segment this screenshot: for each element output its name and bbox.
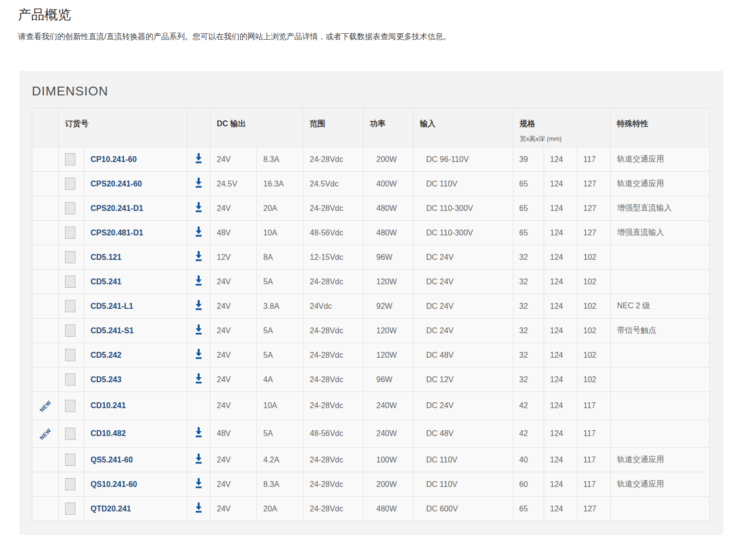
product-link[interactable]: QS10.241-60 [91,480,137,488]
row-checkbox[interactable] [65,227,75,239]
product-link[interactable]: CD10.482 [91,429,126,438]
download-icon[interactable] [194,502,203,514]
order-no-cell: QS10.241-60 [84,472,187,497]
download-cell [187,472,210,497]
row-checkbox[interactable] [65,503,75,515]
download-icon[interactable] [194,324,203,336]
input-cell: DC 110-300V [413,221,513,245]
download-icon[interactable] [194,373,203,385]
product-link[interactable]: CD5.243 [91,375,121,384]
row-checkbox[interactable] [65,153,75,165]
product-link[interactable]: CPS20.241-D1 [91,204,143,212]
checkbox-cell [59,221,84,245]
depth-cell: 102 [577,270,611,294]
range-cell: 24-28Vdc [303,196,364,221]
download-cell [187,368,210,392]
download-cell [187,245,210,270]
download-icon[interactable] [194,348,203,360]
checkbox-cell [59,343,84,368]
checkbox-cell [59,319,84,343]
product-link[interactable]: CD10.241 [91,401,126,410]
table-row: CD5.241 24V 5A 24-28Vdc 120W DC 24V 32 1… [32,270,710,294]
row-checkbox[interactable] [65,202,75,214]
download-icon[interactable] [194,226,203,238]
download-icon[interactable] [194,153,203,164]
table-row: CP10.241-60 24V 8.3A 24-28Vdc 200W DC 96… [32,147,710,172]
download-icon[interactable] [194,427,203,438]
download-icon[interactable] [194,453,203,465]
new-badge-cell [32,245,59,270]
row-checkbox[interactable] [65,300,75,312]
product-link[interactable]: CPS20.241-60 [91,180,142,188]
height-cell: 124 [544,448,577,472]
product-link[interactable]: CD5.242 [91,351,121,359]
order-no-cell: CD5.242 [84,343,187,368]
row-checkbox[interactable] [65,276,75,288]
product-link[interactable]: CP10.241-60 [91,155,137,163]
height-cell: 124 [544,245,577,270]
download-icon[interactable] [194,275,203,287]
download-icon[interactable] [194,251,203,262]
row-checkbox[interactable] [65,428,75,440]
row-checkbox[interactable] [65,324,75,337]
width-cell: 40 [513,448,544,472]
dc-output-voltage-cell: 24V [210,270,257,294]
new-badge-cell: NEW [32,392,59,420]
new-badge-cell [32,368,59,392]
product-link[interactable]: CD5.121 [91,253,121,261]
row-checkbox[interactable] [65,478,75,490]
table-body: CP10.241-60 24V 8.3A 24-28Vdc 200W DC 96… [32,147,710,521]
dc-output-voltage-cell: 24V [210,147,257,172]
range-cell: 24-28Vdc [303,343,364,368]
new-badge-cell [32,319,59,343]
download-cell [187,497,210,521]
download-cell [187,343,210,368]
download-icon[interactable] [194,478,203,489]
col-header-input: 输入 [413,108,513,147]
product-link[interactable]: CD5.241-L1 [91,302,133,310]
input-cell: DC 48V [413,343,513,368]
row-checkbox[interactable] [65,373,75,386]
order-no-cell: CD5.121 [84,245,187,270]
depth-cell: 102 [577,245,611,270]
page-title: 产品概览 [18,6,71,23]
special-feature-cell [611,245,710,270]
row-checkbox[interactable] [65,178,75,190]
width-cell: 32 [513,294,544,319]
dc-output-voltage-cell: 24V [210,368,257,392]
power-cell: 96W [364,245,413,270]
product-link[interactable]: QS5.241-60 [91,456,133,464]
new-badge: NEW [39,427,52,441]
order-no-cell: CD10.241 [84,392,187,420]
order-no-cell: CD5.243 [84,368,187,392]
col-header-order-no: 订货号 [59,108,187,147]
dc-output-current-cell: 8.3A [257,147,303,172]
row-checkbox[interactable] [65,251,75,263]
table-row: NEW CD10.241 24V 10A 24-28Vdc 240W DC 2 [32,392,710,420]
special-feature-cell: 轨道交通应用 [611,472,710,497]
product-link[interactable]: CD5.241 [91,277,121,286]
download-icon[interactable] [194,300,203,311]
checkbox-cell [59,448,84,472]
table-row: CD5.242 24V 5A 24-28Vdc 120W DC 48V 32 1… [32,343,710,368]
order-no-cell: QS5.241-60 [84,448,187,472]
depth-cell: 127 [577,497,611,521]
power-cell: 480W [364,221,413,245]
power-cell: 96W [364,368,413,392]
row-checkbox[interactable] [65,400,75,412]
row-checkbox[interactable] [65,454,75,466]
row-checkbox[interactable] [65,349,75,361]
width-cell: 65 [513,497,544,521]
range-cell: 24-28Vdc [303,147,364,172]
checkbox-cell [59,497,84,521]
product-link[interactable]: CPS20.481-D1 [91,229,143,237]
dc-output-current-cell: 4A [257,368,303,392]
dc-output-current-cell: 20A [257,196,303,221]
product-link[interactable]: CD5.241-S1 [91,326,134,335]
table-row: NEW CD10.482 48V 5A 48-56Vdc 240W DC 48 [32,420,710,448]
download-icon[interactable] [194,177,203,189]
download-icon[interactable] [194,202,203,213]
product-link[interactable]: QTD20.241 [91,505,131,513]
checkbox-cell [59,270,84,294]
order-no-cell: CD5.241 [84,270,187,294]
